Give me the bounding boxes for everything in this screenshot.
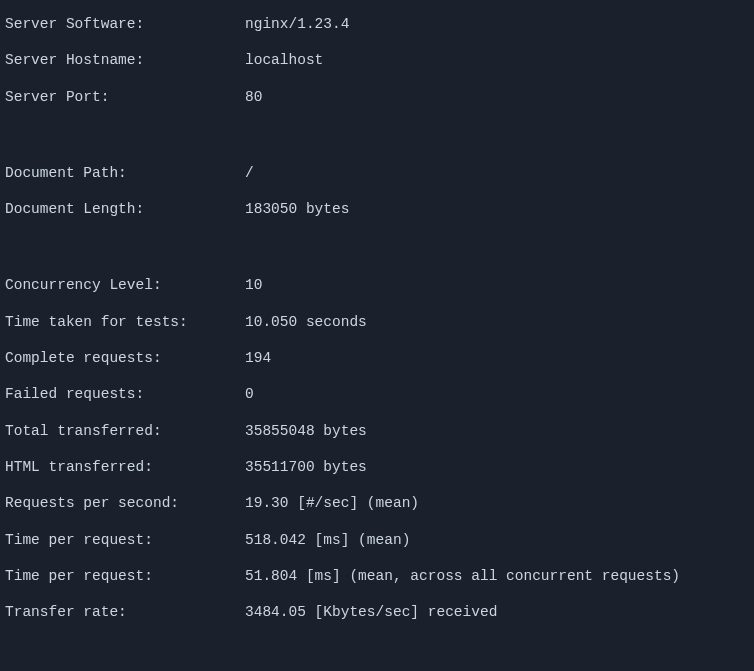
label-time-per-request-2: Time per request: [5, 566, 245, 586]
label-document-path: Document Path: [5, 163, 245, 183]
value-requests-per-second: 19.30 [#/sec] (mean) [245, 493, 749, 513]
row-transfer-rate: Transfer rate: 3484.05 [Kbytes/sec] rece… [5, 594, 749, 630]
value-html-transferred: 35511700 bytes [245, 457, 749, 477]
value-time-per-request-1: 518.042 [ms] (mean) [245, 530, 749, 550]
value-document-length: 183050 bytes [245, 199, 749, 219]
row-time-per-request-2: Time per request: 51.804 [ms] (mean, acr… [5, 558, 749, 594]
label-complete-requests: Complete requests: [5, 348, 245, 368]
label-server-hostname: Server Hostname: [5, 50, 245, 70]
label-total-transferred: Total transferred: [5, 421, 245, 441]
value-total-transferred: 35855048 bytes [245, 421, 749, 441]
label-html-transferred: HTML transferred: [5, 457, 245, 477]
row-document-path: Document Path: / [5, 155, 749, 191]
value-complete-requests: 194 [245, 348, 749, 368]
value-transfer-rate: 3484.05 [Kbytes/sec] received [245, 602, 749, 622]
value-document-path: / [245, 163, 749, 183]
label-transfer-rate: Transfer rate: [5, 602, 245, 622]
row-document-length: Document Length: 183050 bytes [5, 191, 749, 227]
value-time-taken: 10.050 seconds [245, 312, 749, 332]
label-server-port: Server Port: [5, 87, 245, 107]
value-server-software: nginx/1.23.4 [245, 14, 749, 34]
row-time-per-request-1: Time per request: 518.042 [ms] (mean) [5, 522, 749, 558]
label-time-per-request-1: Time per request: [5, 530, 245, 550]
label-requests-per-second: Requests per second: [5, 493, 245, 513]
row-server-port: Server Port: 80 [5, 79, 749, 115]
row-concurrency-level: Concurrency Level: 10 [5, 267, 749, 303]
value-server-port: 80 [245, 87, 749, 107]
row-requests-per-second: Requests per second: 19.30 [#/sec] (mean… [5, 485, 749, 521]
row-server-hostname: Server Hostname: localhost [5, 42, 749, 78]
label-concurrency-level: Concurrency Level: [5, 275, 245, 295]
blank-spacer-2 [5, 227, 749, 267]
value-concurrency-level: 10 [245, 275, 749, 295]
row-total-transferred: Total transferred: 35855048 bytes [5, 413, 749, 449]
label-document-length: Document Length: [5, 199, 245, 219]
label-failed-requests: Failed requests: [5, 384, 245, 404]
row-server-software: Server Software: nginx/1.23.4 [5, 6, 749, 42]
row-complete-requests: Complete requests: 194 [5, 340, 749, 376]
value-failed-requests: 0 [245, 384, 749, 404]
value-server-hostname: localhost [245, 50, 749, 70]
row-html-transferred: HTML transferred: 35511700 bytes [5, 449, 749, 485]
row-failed-requests: Failed requests: 0 [5, 376, 749, 412]
blank-spacer-1 [5, 115, 749, 155]
row-time-taken: Time taken for tests: 10.050 seconds [5, 304, 749, 340]
label-time-taken: Time taken for tests: [5, 312, 245, 332]
value-time-per-request-2: 51.804 [ms] (mean, across all concurrent… [245, 566, 749, 586]
label-server-software: Server Software: [5, 14, 245, 34]
